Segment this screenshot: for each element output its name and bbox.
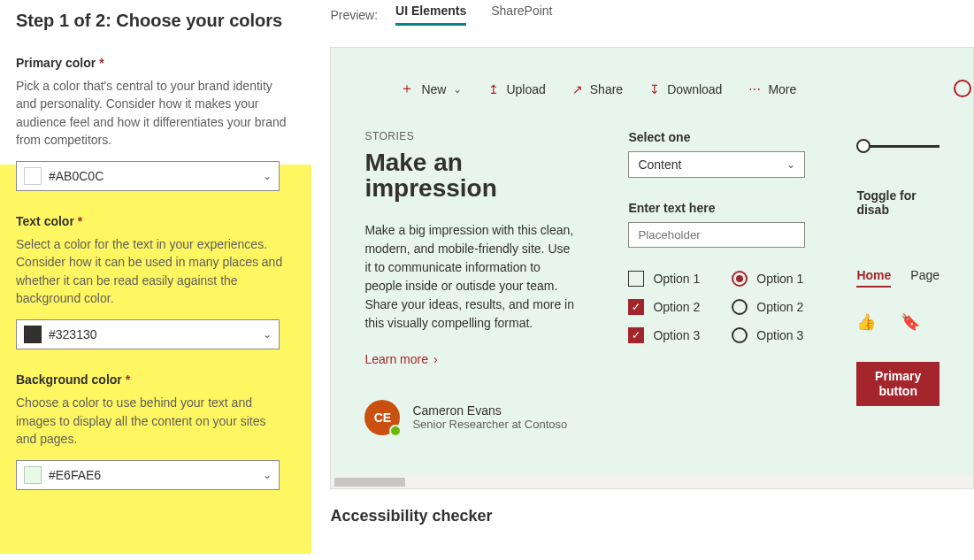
background-color-value: #E6FAE6 — [49, 468, 263, 482]
enter-text-label: Enter text here — [628, 201, 805, 215]
primary-color-section: Primary color * Pick a color that's cent… — [16, 56, 289, 191]
download-icon: ↧ — [649, 82, 660, 96]
primary-color-value: #AB0C0C — [49, 169, 263, 183]
chevron-down-icon: ⌄ — [263, 328, 272, 341]
text-color-label: Text color — [16, 214, 74, 228]
more-button[interactable]: ⋯More — [748, 82, 796, 96]
background-color-desc: Choose a color to use behind your text a… — [16, 394, 289, 448]
hero-column: STORIES Make an impression Make a big im… — [364, 130, 577, 435]
text-color-value: #323130 — [49, 327, 263, 341]
presence-available-icon — [389, 425, 402, 437]
hero-title: Make an impression — [364, 150, 577, 202]
toggle-label: Toggle for disab — [856, 188, 939, 217]
share-button[interactable]: ↗Share — [572, 82, 623, 96]
accessibility-checker-header: Accessibility checker — [330, 507, 974, 525]
checkbox-option-2[interactable]: ✓ — [628, 299, 644, 315]
background-color-section: Background color * Choose a color to use… — [16, 372, 289, 490]
text-color-desc: Select a color for the text in your expe… — [16, 235, 289, 307]
radio-option-3[interactable] — [732, 327, 748, 343]
settings-panel: Step 1 of 2: Choose your colors Primary … — [0, 0, 305, 560]
preview-canvas: ＋New⌄ ↥Upload ↗Share ↧Download ⋯More STO… — [330, 47, 974, 489]
form-column: Select one Content ⌄ Enter text here Opt… — [628, 130, 805, 435]
placeholder-input[interactable] — [628, 222, 805, 248]
required-indicator: * — [126, 372, 130, 387]
download-button[interactable]: ↧Download — [649, 82, 722, 96]
persona: CE Cameron Evans Senior Researcher at Co… — [364, 400, 577, 435]
nav-tabs: Home Page — [856, 268, 939, 288]
upload-button[interactable]: ↥Upload — [488, 82, 545, 96]
chevron-down-icon: ⌄ — [453, 83, 462, 96]
scrollbar-thumb[interactable] — [334, 478, 405, 487]
radio-option-2[interactable] — [732, 299, 748, 315]
radio-group: Option 1 Option 2 Option 3 — [732, 271, 803, 343]
background-color-dropdown[interactable]: #E6FAE6 ⌄ — [16, 460, 280, 490]
preview-tabs-row: Preview: UI Elements SharePoint — [330, 4, 974, 26]
tab-ui-elements[interactable]: UI Elements — [395, 4, 466, 26]
hero-description: Make a big impression with this clean, m… — [364, 221, 577, 333]
persona-name: Cameron Evans — [412, 403, 567, 418]
chevron-down-icon: ⌄ — [263, 469, 272, 481]
like-icon[interactable]: 👍 — [856, 312, 876, 332]
slider[interactable] — [856, 139, 939, 153]
nav-tab-home[interactable]: Home — [856, 268, 891, 288]
required-indicator: * — [78, 214, 82, 228]
checkbox-group: Option 1 ✓Option 2 ✓Option 3 — [628, 271, 700, 343]
select-value: Content — [638, 157, 681, 172]
text-color-swatch — [24, 326, 42, 343]
primary-color-label: Primary color — [16, 56, 96, 70]
controls-column: Toggle for disab Home Page 👍 🔖 Primary b… — [856, 130, 939, 435]
select-label: Select one — [628, 130, 805, 144]
command-bar: ＋New⌄ ↥Upload ↗Share ↧Download ⋯More — [400, 80, 939, 98]
chevron-down-icon: ⌄ — [263, 170, 272, 182]
persona-avatar: CE — [364, 400, 400, 435]
primary-color-swatch — [24, 167, 42, 185]
preview-label: Preview: — [330, 8, 378, 22]
share-icon: ↗ — [572, 82, 583, 96]
chevron-right-icon: › — [433, 352, 438, 366]
radio-option-1[interactable] — [732, 271, 748, 287]
learn-more-link[interactable]: Learn more› — [364, 352, 437, 366]
nav-tab-page[interactable]: Page — [910, 268, 939, 288]
color-ring-icon[interactable] — [954, 80, 971, 97]
text-color-section: Text color * Select a color for the text… — [16, 214, 289, 349]
stories-label: STORIES — [364, 130, 577, 142]
content-select[interactable]: Content ⌄ — [628, 151, 805, 178]
step-title: Step 1 of 2: Choose your colors — [16, 11, 289, 31]
slider-handle[interactable] — [856, 139, 870, 153]
upload-icon: ↥ — [488, 82, 499, 96]
checkbox-option-3[interactable]: ✓ — [628, 327, 644, 343]
checkbox-option-1[interactable] — [628, 271, 644, 287]
required-indicator: * — [99, 56, 104, 70]
plus-icon: ＋ — [400, 80, 414, 98]
persona-role: Senior Researcher at Contoso — [412, 418, 567, 431]
horizontal-scrollbar[interactable] — [333, 476, 971, 488]
preview-panel: Preview: UI Elements SharePoint ＋New⌄ ↥U… — [305, 0, 974, 560]
tab-sharepoint[interactable]: SharePoint — [491, 4, 552, 26]
primary-color-dropdown[interactable]: #AB0C0C ⌄ — [16, 161, 280, 191]
new-button[interactable]: ＋New⌄ — [400, 80, 462, 98]
background-color-label: Background color — [16, 372, 122, 387]
primary-button[interactable]: Primary button — [856, 362, 939, 406]
primary-color-desc: Pick a color that's central to your bran… — [16, 77, 289, 149]
background-color-swatch — [24, 466, 42, 484]
text-color-dropdown[interactable]: #323130 ⌄ — [16, 319, 280, 349]
slider-track-line — [863, 145, 939, 148]
bookmark-icon[interactable]: 🔖 — [901, 312, 920, 332]
chevron-down-icon: ⌄ — [786, 158, 795, 171]
more-icon: ⋯ — [748, 82, 761, 96]
